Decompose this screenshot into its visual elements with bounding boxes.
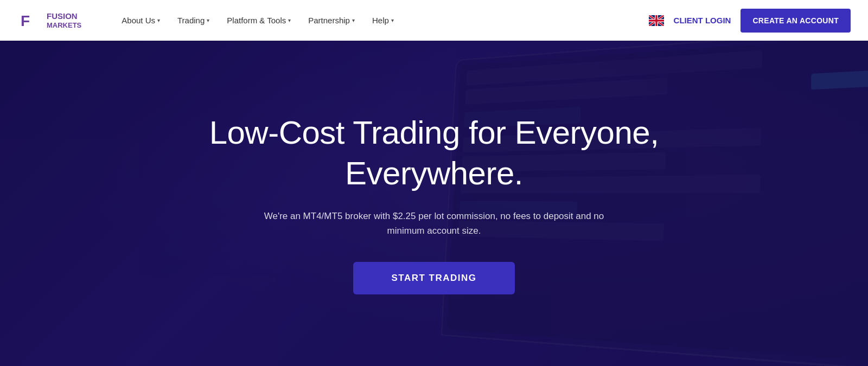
main-navigation: F FUSION MARKETS About Us ▾ Trading ▾ Pl…: [0, 0, 868, 41]
hero-subtitle: We're an MT4/MT5 broker with $2.25 per l…: [250, 209, 618, 238]
hero-section: Low-Cost Trading for Everyone, Everywher…: [0, 0, 868, 366]
uk-flag-icon[interactable]: [649, 15, 664, 26]
nav-trading-arrow: ▾: [207, 17, 209, 23]
start-trading-button[interactable]: START TRADING: [353, 262, 514, 294]
hero-content: Low-Cost Trading for Everyone, Everywher…: [0, 41, 868, 366]
nav-platform-tools[interactable]: Platform & Tools ▾: [219, 11, 298, 29]
logo-line1: FUSION: [47, 11, 81, 21]
logo-link[interactable]: F FUSION MARKETS: [17, 9, 81, 33]
nav-platform-tools-arrow: ▾: [288, 17, 291, 23]
nav-trading-label: Trading: [177, 16, 205, 25]
nav-help-arrow: ▾: [391, 17, 394, 23]
nav-about-us-arrow: ▾: [157, 17, 160, 23]
nav-about-us-label: About Us: [122, 16, 155, 25]
logo-line2: MARKETS: [47, 21, 81, 30]
nav-help-label: Help: [372, 16, 389, 25]
nav-right: CLIENT LOGIN CREATE AN ACCOUNT: [649, 9, 851, 33]
nav-partnership-arrow: ▾: [352, 17, 355, 23]
logo-icon: F: [17, 9, 41, 33]
create-account-button[interactable]: CREATE AN ACCOUNT: [741, 9, 851, 33]
nav-partnership-label: Partnership: [308, 16, 350, 25]
logo-text: FUSION MARKETS: [47, 11, 81, 30]
nav-trading[interactable]: Trading ▾: [170, 11, 217, 29]
nav-help[interactable]: Help ▾: [365, 11, 401, 29]
nav-links: About Us ▾ Trading ▾ Platform & Tools ▾ …: [114, 11, 648, 29]
nav-about-us[interactable]: About Us ▾: [114, 11, 168, 29]
nav-partnership[interactable]: Partnership ▾: [301, 11, 362, 29]
hero-title: Low-Cost Trading for Everyone, Everywher…: [190, 112, 678, 194]
nav-platform-tools-label: Platform & Tools: [227, 16, 286, 25]
client-login-link[interactable]: CLIENT LOGIN: [674, 16, 731, 25]
svg-text:F: F: [21, 12, 30, 29]
